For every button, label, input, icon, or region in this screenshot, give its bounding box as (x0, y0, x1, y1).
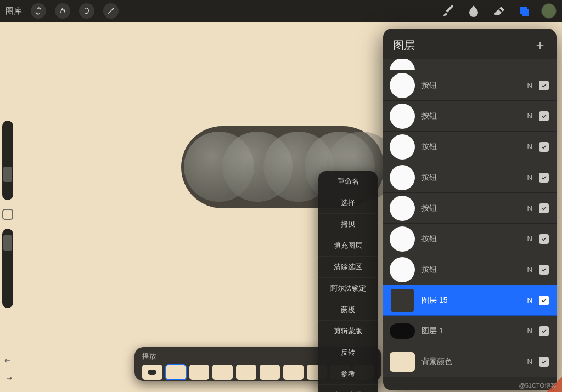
layer-context-menu: 重命名选择拷贝填充图层清除选区阿尔法锁定蒙板剪辑蒙版反转参考向下合并向下组合 (318, 171, 378, 392)
timeline-frame[interactable] (189, 365, 210, 380)
layer-visibility-checkbox[interactable] (539, 81, 549, 90)
layer-row[interactable]: 按钮N (383, 193, 557, 224)
layer-row[interactable]: 按钮N (383, 254, 557, 285)
timeline-frame[interactable] (212, 365, 233, 380)
layer-name: 按钮 (422, 142, 521, 152)
undo-icon[interactable] (3, 357, 13, 365)
modify-button[interactable] (2, 209, 13, 220)
layer-visibility-checkbox[interactable] (539, 142, 549, 152)
blend-mode-letter[interactable]: N (527, 112, 532, 120)
context-menu-item[interactable]: 重命名 (318, 171, 378, 192)
layer-name: 图层 1 (422, 326, 521, 336)
layers-icon[interactable] (516, 3, 532, 19)
context-menu-item[interactable]: 清除选区 (318, 257, 378, 278)
layer-row[interactable] (383, 59, 557, 70)
timeline-frame[interactable] (236, 365, 256, 380)
layer-name: 按钮 (422, 234, 521, 244)
layer-thumbnail (390, 196, 415, 221)
layer-thumbnail (390, 323, 415, 339)
layer-name: 按钮 (422, 111, 521, 121)
layer-row[interactable]: 背景颜色N (383, 346, 557, 377)
context-menu-item[interactable]: 拷贝 (318, 214, 378, 235)
color-swatch[interactable] (541, 3, 557, 19)
watermark-text: @51CTO博客 (519, 382, 557, 390)
select-icon[interactable] (79, 3, 94, 19)
adjust-icon[interactable] (55, 3, 70, 19)
layer-name: 背景颜色 (422, 357, 521, 367)
blend-mode-letter[interactable]: N (527, 265, 532, 274)
layer-visibility-checkbox[interactable] (539, 203, 549, 213)
context-menu-item[interactable]: 剪辑蒙版 (318, 321, 378, 342)
layer-visibility-checkbox[interactable] (539, 265, 549, 275)
context-menu-item[interactable]: 选择 (318, 192, 378, 214)
blend-mode-letter[interactable]: N (527, 327, 532, 335)
layer-name: 按钮 (422, 203, 521, 213)
context-menu-item[interactable]: 向下合并 (318, 385, 378, 392)
blend-mode-letter[interactable]: N (527, 235, 532, 243)
layer-thumbnail (390, 165, 415, 190)
erase-icon[interactable] (491, 3, 507, 19)
gallery-button[interactable]: 图库 (5, 6, 22, 16)
side-sliders (2, 121, 13, 308)
layer-visibility-checkbox[interactable] (539, 173, 549, 183)
layers-panel: 图层 ＋ 按钮N按钮N按钮N按钮N按钮N按钮N按钮N图层 15N图层 1N背景颜… (383, 29, 557, 390)
context-menu-item[interactable]: 填充图层 (318, 235, 378, 257)
timeline-frame[interactable] (260, 365, 280, 380)
context-menu-item[interactable]: 反转 (318, 342, 378, 363)
layer-row[interactable]: 图层 15N (383, 285, 557, 316)
transform-icon[interactable] (103, 3, 119, 19)
layer-row[interactable]: 按钮N (383, 132, 557, 162)
layer-thumbnail (390, 257, 415, 282)
blend-mode-letter[interactable]: N (527, 143, 532, 151)
add-layer-button[interactable]: ＋ (533, 36, 547, 54)
layer-row[interactable]: 按钮N (383, 162, 557, 193)
blend-mode-letter[interactable]: N (527, 173, 532, 181)
layer-visibility-checkbox[interactable] (539, 296, 549, 305)
top-toolbar: 图库 (0, 0, 562, 22)
layer-thumbnail (390, 59, 415, 70)
layer-name: 按钮 (422, 173, 521, 183)
smudge-icon[interactable] (465, 3, 482, 19)
brush-size-slider[interactable] (2, 121, 13, 200)
layer-row[interactable]: 按钮N (383, 224, 557, 254)
layer-thumbnail (390, 288, 415, 313)
actions-icon[interactable] (31, 3, 46, 19)
layer-row[interactable]: 图层 1N (383, 316, 557, 346)
blend-mode-letter[interactable]: N (527, 296, 532, 304)
blend-mode-letter[interactable]: N (527, 81, 532, 89)
layer-name: 图层 15 (422, 296, 521, 305)
redo-icon[interactable] (3, 374, 13, 382)
layer-visibility-checkbox[interactable] (539, 357, 549, 367)
layer-thumbnail (390, 226, 415, 252)
layer-name: 按钮 (422, 81, 521, 90)
layer-thumbnail (390, 134, 415, 160)
blend-mode-letter[interactable]: N (527, 357, 532, 366)
layer-visibility-checkbox[interactable] (539, 234, 549, 244)
layer-visibility-checkbox[interactable] (539, 326, 549, 336)
context-menu-item[interactable]: 参考 (318, 363, 378, 385)
layer-visibility-checkbox[interactable] (539, 111, 549, 121)
opacity-slider[interactable] (2, 229, 13, 308)
brush-icon[interactable] (440, 3, 457, 19)
brush-size-thumb[interactable] (3, 167, 12, 182)
context-menu-item[interactable]: 蒙板 (318, 299, 378, 321)
layers-panel-title: 图层 (393, 38, 415, 53)
blend-mode-letter[interactable]: N (527, 204, 532, 212)
undo-redo (3, 357, 13, 382)
layer-row[interactable]: 按钮N (383, 70, 557, 101)
timeline-frame[interactable] (142, 365, 162, 380)
layer-thumbnail (390, 104, 415, 129)
layer-thumbnail (390, 73, 415, 98)
context-menu-item[interactable]: 阿尔法锁定 (318, 278, 378, 299)
layer-thumbnail (390, 352, 415, 372)
layer-row[interactable]: 按钮N (383, 101, 557, 132)
timeline-frame[interactable] (166, 365, 186, 380)
timeline-frame[interactable] (283, 365, 304, 380)
opacity-thumb[interactable] (3, 235, 12, 251)
layer-name: 按钮 (422, 265, 521, 275)
